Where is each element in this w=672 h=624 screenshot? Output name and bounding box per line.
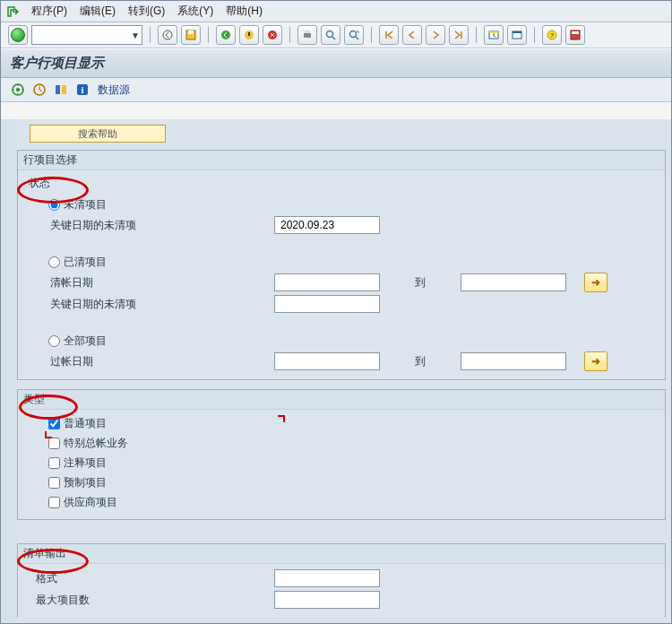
layout-input[interactable] (274, 569, 380, 587)
svg-rect-13 (513, 31, 521, 33)
svg-text:i: i (81, 84, 83, 95)
menu-system[interactable]: 系统(Y) (177, 4, 213, 19)
left-strip (1, 119, 18, 623)
enter-button[interactable] (8, 25, 28, 45)
open-key-date-input[interactable] (274, 216, 380, 234)
check-noted-label: 注释项目 (64, 455, 107, 471)
main-area: 搜索帮助 行项目选择 状态 未清项目 关键日期的未清项 已清项目 清帐日期 到 … (17, 119, 671, 623)
info-icon[interactable]: i (74, 82, 90, 98)
first-page-button[interactable] (379, 25, 399, 45)
line-item-selection-group: 行项目选择 状态 未清项目 关键日期的未清项 已清项目 清帐日期 到 ➜ 关键日… (17, 150, 666, 380)
radio-all-label: 全部项目 (64, 334, 107, 349)
execute-icon[interactable] (10, 82, 26, 98)
check-vendor-label: 供应商项目 (64, 495, 117, 510)
svg-rect-7 (305, 30, 310, 33)
datasource-link[interactable]: 数据源 (98, 82, 130, 98)
to-label: 到 (380, 275, 461, 290)
check-normal[interactable]: 普通项目 (48, 413, 661, 433)
find-button[interactable] (321, 25, 340, 45)
clearing-date-to[interactable] (461, 273, 566, 291)
svg-rect-22 (62, 85, 66, 94)
last-page-button[interactable] (449, 25, 469, 45)
new-session-button[interactable] (484, 25, 504, 45)
separator (289, 27, 290, 43)
menu-leading-icon[interactable] (6, 5, 19, 18)
menu-help[interactable]: 帮助(H) (226, 4, 263, 19)
next-page-button[interactable] (426, 25, 445, 45)
svg-point-0 (163, 30, 172, 39)
type-group: 类型 普通项目 特别总帐业务 注释项目 预制项目 供应商项目 (17, 389, 666, 520)
separator (476, 27, 477, 43)
list-output-group: 清单输出 格式 最大项目数 (17, 543, 666, 618)
check-special-gl-label: 特别总帐业务 (64, 436, 128, 451)
svg-text:?: ? (550, 31, 555, 39)
check-noted[interactable]: 注释项目 (48, 453, 661, 472)
menu-goto[interactable]: 转到(G) (128, 4, 165, 19)
print-button[interactable] (297, 25, 317, 45)
standard-toolbar: ▼ ? (1, 22, 671, 48)
find-next-button[interactable] (344, 25, 364, 45)
svg-point-9 (350, 31, 357, 38)
check-parked-label: 预制项目 (64, 475, 107, 490)
check-special-gl[interactable]: 特别总帐业务 (48, 433, 661, 453)
radio-cleared-label: 已清项目 (64, 255, 107, 270)
posting-date-to[interactable] (461, 352, 566, 370)
chevron-down-icon: ▼ (131, 30, 140, 40)
selection-icon[interactable] (53, 82, 69, 98)
max-items-input[interactable] (274, 591, 380, 609)
list-output-title: 清单输出 (18, 544, 665, 564)
svg-rect-11 (489, 31, 498, 33)
radio-cleared-items[interactable]: 已清项目 (48, 252, 661, 272)
layout-label: 格式 (22, 571, 188, 586)
svg-rect-21 (56, 85, 60, 94)
layout-button[interactable] (565, 25, 585, 45)
shortcut-button[interactable] (507, 25, 527, 45)
menu-bar: 程序(P) 编辑(E) 转到(G) 系统(Y) 帮助(H) (1, 1, 671, 22)
search-help-label: 搜索帮助 (78, 127, 117, 141)
to-label-2: 到 (380, 354, 461, 369)
svg-rect-2 (188, 30, 194, 34)
search-help-button[interactable]: 搜索帮助 (30, 125, 166, 143)
annotation-corner (45, 431, 52, 438)
app-toolbar: i 数据源 (1, 78, 671, 102)
exit-button[interactable] (239, 25, 259, 45)
separator (371, 27, 372, 43)
separator (534, 27, 535, 43)
command-field[interactable]: ▼ (31, 25, 142, 45)
line-item-selection-title: 行项目选择 (18, 151, 665, 170)
save-button[interactable] (181, 25, 201, 45)
max-items-label: 最大项目数 (22, 593, 188, 608)
posting-date-more[interactable]: ➜ (584, 351, 607, 371)
cancel-button[interactable] (263, 25, 282, 45)
svg-point-19 (16, 88, 20, 91)
type-title: 类型 (18, 390, 665, 410)
check-vendor[interactable]: 供应商项目 (48, 492, 661, 512)
svg-rect-17 (572, 31, 579, 34)
posting-date-label: 过帐日期 (22, 354, 202, 369)
svg-point-3 (221, 30, 230, 39)
variant-icon[interactable] (31, 82, 47, 98)
menu-edit[interactable]: 编辑(E) (80, 4, 116, 19)
back-green-button[interactable] (216, 25, 236, 45)
clearing-date-from[interactable] (274, 273, 380, 291)
annotation-corner (278, 415, 285, 422)
page-title: 客户行项目显示 (1, 48, 671, 78)
separator (208, 27, 209, 43)
key-date-input[interactable] (274, 295, 380, 313)
prev-page-button[interactable] (402, 25, 422, 45)
status-subtitle: 状态 (22, 174, 661, 195)
help-button[interactable]: ? (542, 25, 562, 45)
clearing-date-label: 清帐日期 (22, 275, 202, 290)
radio-open-items[interactable]: 未清项目 (48, 195, 661, 214)
check-parked[interactable]: 预制项目 (48, 472, 661, 492)
clearing-date-more[interactable]: ➜ (584, 273, 607, 292)
radio-all-items[interactable]: 全部项目 (48, 331, 661, 351)
svg-rect-6 (304, 33, 311, 38)
posting-date-from[interactable] (274, 352, 380, 370)
separator (150, 27, 151, 43)
back-button[interactable] (158, 25, 177, 45)
radio-open-label: 未清项目 (64, 197, 107, 212)
menu-program[interactable]: 程序(P) (31, 4, 67, 19)
key-date-label: 关键日期的未清项 (22, 297, 202, 312)
svg-point-8 (327, 31, 333, 38)
